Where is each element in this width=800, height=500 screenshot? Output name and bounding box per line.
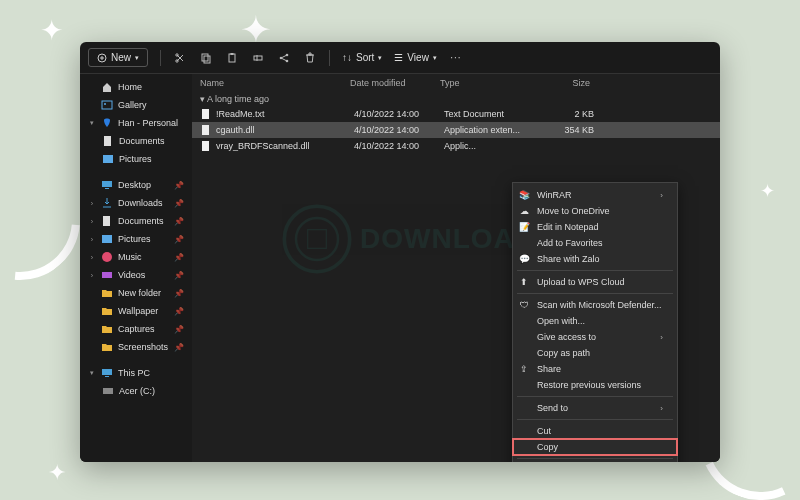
wps-icon: ⬆: [518, 276, 530, 288]
chevron-right-icon: ›: [660, 404, 663, 413]
pin-icon: 📌: [174, 325, 184, 334]
svg-point-19: [102, 252, 112, 262]
pin-icon: 📌: [174, 253, 184, 262]
svg-rect-20: [102, 272, 112, 278]
new-label: New: [111, 52, 131, 63]
view-button[interactable]: ☰ View ▾: [394, 52, 437, 63]
ctx-copypath[interactable]: Copy as path: [513, 345, 677, 361]
pin-icon: 📌: [174, 289, 184, 298]
file-row[interactable]: vray_BRDFScanned.dll 4/10/2022 14:00 App…: [192, 138, 720, 154]
col-name[interactable]: Name: [200, 78, 350, 88]
sort-button[interactable]: ↑↓ Sort ▾: [342, 52, 382, 63]
ctx-onedrive[interactable]: ☁Move to OneDrive: [513, 203, 677, 219]
svg-rect-21: [102, 369, 112, 375]
ctx-share[interactable]: ⇪Share: [513, 361, 677, 377]
pin-icon: 📌: [174, 199, 184, 208]
toolbar: New ▾ ↑↓ Sort ▾ ☰ View ▾ ···: [80, 42, 720, 74]
ctx-giveaccess[interactable]: Give access to›: [513, 329, 677, 345]
ctx-sendto[interactable]: Send to›: [513, 400, 677, 416]
pin-icon: 📌: [174, 217, 184, 226]
file-row-selected[interactable]: cgauth.dll 4/10/2022 14:00 Application e…: [192, 122, 720, 138]
sort-label: Sort: [356, 52, 374, 63]
winrar-icon: 📚: [518, 189, 530, 201]
svg-point-12: [104, 103, 106, 105]
svg-rect-18: [102, 235, 112, 243]
ctx-defender[interactable]: 🛡Scan with Microsoft Defender...: [513, 297, 677, 313]
sidebar-item-newfolder[interactable]: New folder📌: [84, 284, 188, 302]
ctx-favorites[interactable]: Add to Favorites: [513, 235, 677, 251]
sidebar-item-music[interactable]: ›Music📌: [84, 248, 188, 266]
sidebar-item-documents[interactable]: Documents: [84, 132, 188, 150]
delete-icon[interactable]: [303, 51, 317, 65]
sidebar-item-wallpaper[interactable]: Wallpaper📌: [84, 302, 188, 320]
ctx-winrar[interactable]: 📚WinRAR›: [513, 187, 677, 203]
notepad-icon: 📝: [518, 221, 530, 233]
pin-icon: 📌: [174, 271, 184, 280]
paste-icon[interactable]: [225, 51, 239, 65]
svg-rect-22: [105, 376, 109, 377]
svg-rect-27: [202, 125, 209, 135]
ctx-zalo[interactable]: 💬Share with Zalo: [513, 251, 677, 267]
file-icon: [200, 124, 212, 136]
pin-icon: 📌: [174, 181, 184, 190]
sidebar-item-documents2[interactable]: ›Documents📌: [84, 212, 188, 230]
rename-icon[interactable]: [251, 51, 265, 65]
sidebar-item-pictures[interactable]: Pictures: [84, 150, 188, 168]
sidebar-item-thispc[interactable]: ▾This PC: [84, 364, 188, 382]
svg-rect-13: [104, 136, 111, 146]
file-explorer-window: New ▾ ↑↓ Sort ▾ ☰ View ▾ ··· Home Galler…: [80, 42, 720, 462]
svg-rect-6: [231, 53, 234, 55]
svg-point-24: [284, 206, 349, 271]
pin-icon: 📌: [174, 235, 184, 244]
chevron-right-icon: ›: [660, 333, 663, 342]
sidebar: Home Gallery ▾Han - Personal Documents P…: [80, 74, 192, 462]
svg-rect-3: [202, 54, 208, 61]
svg-rect-14: [103, 155, 113, 163]
more-icon[interactable]: ···: [449, 51, 463, 65]
sidebar-item-captures[interactable]: Captures📌: [84, 320, 188, 338]
shield-icon: 🛡: [518, 299, 530, 311]
col-size[interactable]: Size: [530, 78, 590, 88]
col-type[interactable]: Type: [440, 78, 530, 88]
svg-rect-4: [204, 56, 210, 63]
file-icon: [200, 108, 212, 120]
sidebar-item-downloads[interactable]: ›Downloads📌: [84, 194, 188, 212]
sidebar-item-pictures2[interactable]: ›Pictures📌: [84, 230, 188, 248]
context-menu: 📚WinRAR› ☁Move to OneDrive 📝Edit in Note…: [512, 182, 678, 462]
ctx-wps[interactable]: ⬆Upload to WPS Cloud: [513, 274, 677, 290]
onedrive-icon: ☁: [518, 205, 530, 217]
ctx-openwith[interactable]: Open with...: [513, 313, 677, 329]
pin-icon: 📌: [174, 307, 184, 316]
svg-rect-23: [103, 388, 113, 394]
sidebar-item-personal[interactable]: ▾Han - Personal: [84, 114, 188, 132]
sidebar-item-videos[interactable]: ›Videos📌: [84, 266, 188, 284]
sidebar-item-gallery[interactable]: Gallery: [84, 96, 188, 114]
svg-point-25: [296, 218, 338, 260]
file-row[interactable]: !ReadMe.txt 4/10/2022 14:00 Text Documen…: [192, 106, 720, 122]
sidebar-item-screenshots[interactable]: Screenshots📌: [84, 338, 188, 356]
new-button[interactable]: New ▾: [88, 48, 148, 67]
svg-rect-28: [202, 141, 209, 151]
group-header[interactable]: ▾ A long time ago: [192, 92, 720, 106]
pin-icon: 📌: [174, 343, 184, 352]
share-icon: ⇪: [518, 363, 530, 375]
sidebar-item-acer[interactable]: Acer (C:): [84, 382, 188, 400]
cut-icon[interactable]: [173, 51, 187, 65]
zalo-icon: 💬: [518, 253, 530, 265]
svg-rect-15: [102, 181, 112, 187]
ctx-copy[interactable]: Copy: [513, 439, 677, 455]
svg-rect-26: [202, 109, 209, 119]
ctx-cut[interactable]: Cut: [513, 423, 677, 439]
ctx-notepad[interactable]: 📝Edit in Notepad: [513, 219, 677, 235]
column-headers[interactable]: Name Date modified Type Size: [192, 74, 720, 92]
svg-rect-16: [105, 188, 109, 189]
sidebar-item-home[interactable]: Home: [84, 78, 188, 96]
col-date[interactable]: Date modified: [350, 78, 440, 88]
chevron-right-icon: ›: [660, 191, 663, 200]
share-icon[interactable]: [277, 51, 291, 65]
ctx-restore[interactable]: Restore previous versions: [513, 377, 677, 393]
copy-icon[interactable]: [199, 51, 213, 65]
svg-rect-17: [103, 216, 110, 226]
sidebar-item-desktop[interactable]: Desktop📌: [84, 176, 188, 194]
svg-rect-11: [102, 101, 112, 109]
